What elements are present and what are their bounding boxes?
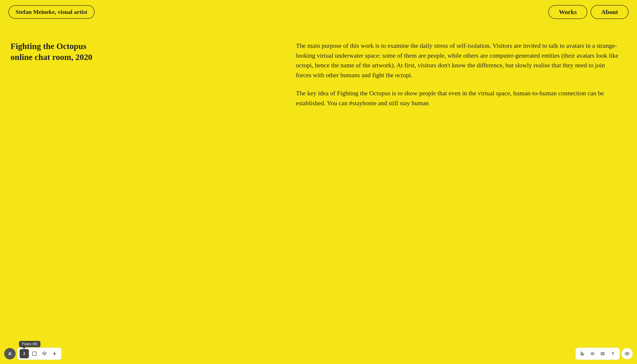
bottom-toolbar-left: Pages (M) A 2 [4, 348, 62, 360]
help-button[interactable]: ? [608, 349, 617, 358]
avatar-button[interactable]: A [4, 348, 16, 359]
toolbar-icon-group-left: 2 [17, 348, 62, 360]
vertical-lines-button[interactable] [588, 349, 597, 358]
bottom-toolbar-right: ? [575, 348, 633, 360]
svg-rect-0 [33, 352, 36, 356]
layout-icon [600, 352, 605, 356]
works-nav-button[interactable]: Works [548, 5, 587, 19]
vertical-lines-icon [590, 352, 595, 356]
pages-button[interactable]: 2 [20, 349, 29, 358]
description-paragraph-1: The main purpose of this work is to exam… [296, 41, 618, 80]
toolbar-icon-group-right: ? [575, 348, 620, 360]
question-icon: ? [611, 352, 614, 356]
artwork-title: Fighting the Octopus online chat room, 2… [11, 41, 288, 63]
header: Stefan Meineke, visual artist Works Abou… [0, 0, 637, 24]
eye-icon [624, 351, 630, 356]
svg-marker-1 [43, 352, 46, 354]
svg-marker-4 [581, 352, 584, 356]
svg-point-12 [626, 353, 628, 354]
nav-buttons: Works About [548, 5, 628, 19]
about-nav-button[interactable]: About [591, 5, 628, 19]
layers-icon [42, 352, 47, 356]
cursor-button[interactable] [578, 349, 587, 358]
svg-rect-8 [601, 352, 604, 355]
pages-tooltip: Pages (M) [19, 341, 41, 347]
frame-icon [32, 352, 37, 356]
main-content: ‹ Fighting the Octopus online chat room,… [0, 24, 637, 125]
description-paragraph-2: The key idea of Fighting the Octopus is … [296, 88, 618, 108]
cursor-icon [580, 352, 585, 356]
eye-button[interactable] [621, 348, 633, 359]
left-column: ‹ Fighting the Octopus online chat room,… [9, 41, 288, 116]
svg-point-11 [625, 352, 629, 355]
right-column: The main purpose of this work is to exam… [296, 41, 618, 116]
prev-arrow[interactable]: ‹ [4, 74, 7, 83]
plus-icon [52, 352, 57, 356]
site-title-button[interactable]: Stefan Meineke, visual artist [9, 5, 95, 19]
frame-button[interactable] [30, 349, 39, 358]
layers-button[interactable] [40, 349, 49, 358]
add-button[interactable] [50, 349, 59, 358]
layout-button[interactable] [598, 349, 607, 358]
